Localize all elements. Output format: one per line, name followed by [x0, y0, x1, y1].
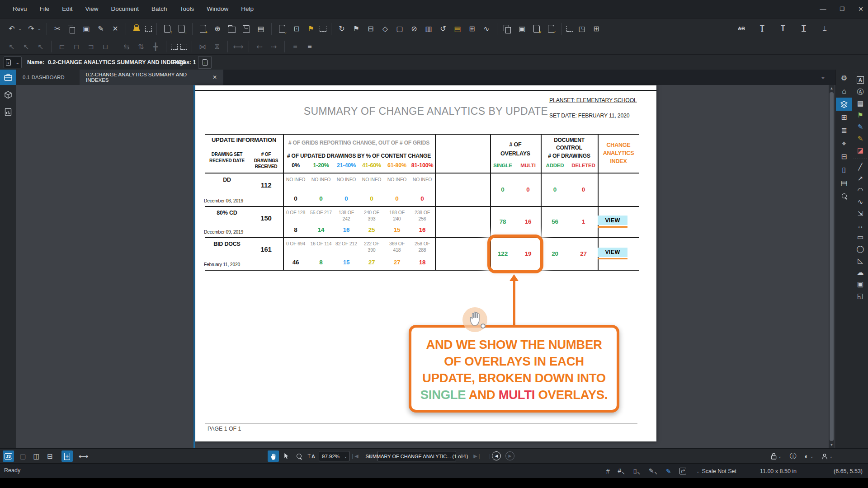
- select-lasso-icon[interactable]: ↖: [35, 41, 47, 52]
- menu-window[interactable]: Window: [200, 0, 235, 18]
- menu-batch[interactable]: Batch: [145, 0, 174, 18]
- arrow-start-icon[interactable]: ⇠: [254, 41, 265, 52]
- arrow-end-icon[interactable]: ⇢: [268, 41, 280, 52]
- tool-snapshot-crop[interactable]: ◱: [852, 290, 868, 302]
- zoom-tool-button[interactable]: [293, 450, 304, 462]
- new-document-icon[interactable]: [197, 23, 209, 35]
- redo-icon[interactable]: ↷: [25, 23, 37, 35]
- next-view-button[interactable]: ▶: [505, 451, 514, 460]
- info-control[interactable]: ⓘ: [790, 452, 797, 460]
- markup-snap-icon[interactable]: ✎⸜: [649, 467, 658, 475]
- snap-to-grid-icon[interactable]: #⸜: [618, 467, 625, 475]
- flag-icon[interactable]: ⚑: [350, 23, 362, 35]
- overlay-pages-icon[interactable]: ◳: [576, 23, 588, 35]
- tool-note[interactable]: ▤: [852, 98, 868, 109]
- combine-icon[interactable]: ⊞: [466, 23, 478, 35]
- panel-tab-places[interactable]: ⌖: [836, 137, 852, 150]
- select-text-button[interactable]: ⌶A: [306, 450, 317, 462]
- tool-rectangle[interactable]: ▭: [852, 231, 868, 243]
- rotate-pages-icon[interactable]: ↻: [336, 23, 348, 35]
- panel-tab-thumbnails[interactable]: ⊞: [836, 111, 852, 124]
- save-file-icon[interactable]: [241, 23, 252, 35]
- line-weight-icon[interactable]: ≡: [304, 41, 316, 52]
- add-text-icon[interactable]: T: [777, 23, 789, 34]
- create-page-icon[interactable]: [276, 23, 288, 35]
- select-add-icon[interactable]: ↖: [6, 41, 18, 52]
- panel-tab-layers[interactable]: [836, 98, 852, 111]
- javascript-console-button[interactable]: JS: [3, 450, 14, 462]
- flip-horizontal-icon[interactable]: ⋈: [197, 41, 208, 52]
- thumbnails-grid-icon[interactable]: ⊞: [590, 23, 602, 35]
- single-pane-button[interactable]: ▢: [17, 450, 28, 462]
- grid-icon[interactable]: #: [606, 468, 610, 475]
- insert-blank-page-icon[interactable]: ⊕: [212, 23, 223, 35]
- tool-typewriter[interactable]: Ⓐ: [852, 86, 868, 98]
- text-style-icon[interactable]: T: [798, 23, 810, 34]
- lock-control[interactable]: ⌄: [771, 453, 782, 460]
- distribute-horizontal-icon[interactable]: ⇆: [121, 41, 132, 52]
- pan-tool-button[interactable]: [268, 450, 279, 462]
- tool-flag-tool[interactable]: ⚑: [852, 109, 868, 121]
- delete-page-icon[interactable]: [531, 23, 542, 35]
- select-tool-button[interactable]: [280, 450, 292, 462]
- tool-cloud[interactable]: ☁: [852, 267, 868, 278]
- layers-gold-icon[interactable]: ▤: [452, 23, 463, 35]
- menu-help[interactable]: Help: [235, 0, 260, 18]
- flatten-icon[interactable]: [131, 23, 142, 35]
- menu-file[interactable]: File: [33, 0, 56, 18]
- panel-tab-measurements[interactable]: ⊟: [836, 150, 852, 163]
- undo-icon[interactable]: ↶: [6, 23, 18, 35]
- scrollbar-thumb[interactable]: [830, 92, 834, 441]
- distribute-vertical-icon[interactable]: ⇅: [135, 41, 147, 52]
- snapshot-icon[interactable]: [145, 26, 152, 32]
- view-button[interactable]: VIEW: [598, 248, 627, 260]
- duplicate-icon[interactable]: [502, 23, 514, 35]
- tool-callout-tool[interactable]: ⇲: [852, 208, 868, 220]
- first-page-button[interactable]: ❘◀: [349, 450, 359, 462]
- panel-3d-model[interactable]: [0, 88, 16, 102]
- align-right-icon[interactable]: ⊐: [85, 41, 97, 52]
- tool-polygon[interactable]: ◺: [852, 255, 868, 267]
- cut-icon[interactable]: ✂: [52, 23, 63, 35]
- move-icon[interactable]: ╋: [150, 41, 161, 52]
- previous-view-button[interactable]: ◀: [492, 451, 501, 460]
- scale-select[interactable]: ⌄ Scale Not Set: [696, 468, 736, 474]
- select-pages-icon[interactable]: [320, 26, 326, 32]
- panel-tab-file-access[interactable]: ▯: [836, 163, 852, 176]
- tool-image[interactable]: ▣: [852, 278, 868, 290]
- menu-view[interactable]: View: [79, 0, 105, 18]
- sync-views-icon[interactable]: ⇄: [679, 468, 686, 474]
- menu-document[interactable]: Document: [105, 0, 146, 18]
- tool-pen[interactable]: ✎: [852, 121, 868, 133]
- panel-tab-settings[interactable]: ⚙: [836, 71, 852, 84]
- add-page-button[interactable]: +: [198, 56, 212, 69]
- tool-arc[interactable]: ◠: [852, 184, 868, 196]
- snap-to-grid-icon[interactable]: [171, 44, 178, 50]
- document-selector[interactable]: ≡ ⌄: [4, 56, 22, 68]
- tool-polyline[interactable]: ∿: [852, 196, 868, 208]
- tab-close-icon[interactable]: ✕: [212, 74, 217, 80]
- minimize-button[interactable]: —: [820, 5, 826, 13]
- view-button[interactable]: VIEW: [598, 216, 627, 228]
- menu-edit[interactable]: Edit: [56, 0, 79, 18]
- fit-page-button[interactable]: ✛: [61, 450, 73, 462]
- page-label-icon[interactable]: ⚑: [305, 23, 317, 35]
- fit-width-button[interactable]: ⟷: [78, 450, 89, 462]
- headers-footers-icon[interactable]: ⊟: [365, 23, 377, 35]
- paste-icon[interactable]: ▣: [80, 23, 92, 35]
- document-snap-icon[interactable]: ▯⸜: [633, 467, 641, 475]
- signature-icon[interactable]: ∿: [481, 23, 492, 35]
- redo-menu-icon[interactable]: ⌄: [37, 23, 42, 35]
- tab-list-chevron-icon[interactable]: ⌄: [821, 73, 826, 80]
- markup-reuse-icon[interactable]: ✎: [666, 468, 671, 475]
- check-page-icon[interactable]: [545, 23, 557, 35]
- copy-icon[interactable]: [66, 23, 78, 35]
- open-file-icon[interactable]: [226, 23, 238, 35]
- stack-icon[interactable]: ▣: [516, 23, 528, 35]
- align-bottom-icon[interactable]: ⊔: [99, 41, 111, 52]
- panel-tab-properties[interactable]: ⌂: [836, 84, 852, 98]
- profile-control[interactable]: ⌄: [821, 453, 833, 460]
- tool-text-box[interactable]: A: [852, 74, 868, 86]
- extract-pages-icon[interactable]: [161, 23, 173, 35]
- spellcheck-icon[interactable]: AB: [736, 23, 747, 34]
